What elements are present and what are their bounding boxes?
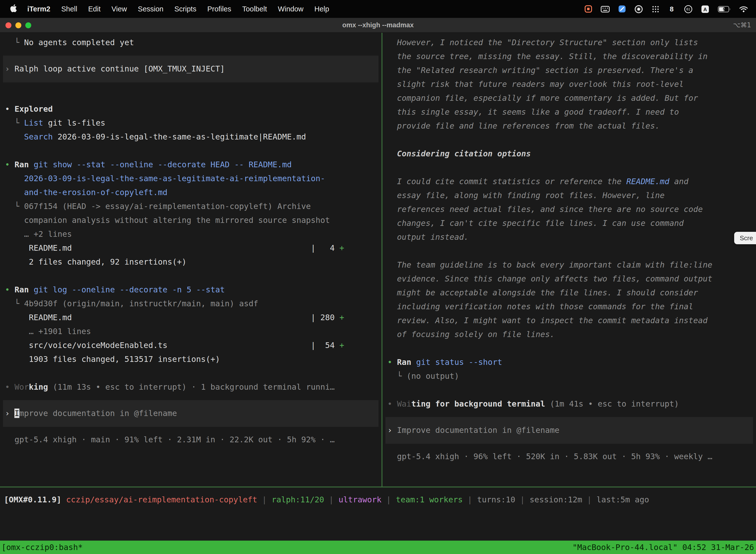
minimize-button[interactable] xyxy=(15,22,21,28)
terminal-line: … +1901 lines xyxy=(5,325,381,339)
agent-input-left[interactable]: › Improve documentation in @filename xyxy=(3,400,378,427)
agent-input-right[interactable]: › Improve documentation in @filename xyxy=(385,417,753,444)
figure-eight-icon[interactable]: 8 xyxy=(668,4,676,14)
blank-line xyxy=(5,88,381,102)
wifi-icon[interactable] xyxy=(739,4,748,14)
box-line: › Improve documentation in @filename xyxy=(387,424,751,437)
terminal-line: • Explored xyxy=(5,102,381,116)
terminal-line: 1903 files changed, 513517 insertions(+) xyxy=(5,352,381,366)
terminal-line: The team guideline is to back every impo… xyxy=(387,258,756,272)
terminal-line: Search 2026-03-09-is-legal-the-same-as-l… xyxy=(5,130,381,144)
terminal-line: • Waiting for background terminal (1m 41… xyxy=(387,397,756,411)
tmux-host-label: "MacBook-Pro-44.local" 04:52 31-Mar-26 xyxy=(572,543,756,552)
menu-item-toolbelt[interactable]: Toolbelt xyxy=(237,5,272,13)
right-pane[interactable]: However, I noticed the "Directory Struct… xyxy=(382,33,756,487)
terminal-line: evidence. Since this change only affects… xyxy=(387,272,756,286)
svg-text:A: A xyxy=(703,6,707,12)
terminal-line: • Working (11m 13s • esc to interrupt) ·… xyxy=(5,380,381,394)
menu-item-shell[interactable]: Shell xyxy=(56,5,83,13)
inject-banner[interactable]: › Ralph loop active continue [OMX_TMUX_I… xyxy=(3,56,378,82)
zoom-button[interactable] xyxy=(25,22,31,28)
terminal-line: src/voice/voiceModeEnabled.ts | 54 + xyxy=(5,339,381,352)
terminal-line: README.md | 280 + xyxy=(5,311,381,325)
menu-item-edit[interactable]: Edit xyxy=(82,5,106,13)
terminal-line: of focusing solely on file lines. xyxy=(387,328,756,341)
terminal-line: references need actual files, and since … xyxy=(387,203,756,216)
input-source-icon[interactable]: A xyxy=(701,4,709,14)
terminal-line: might be acceptable alongside the file l… xyxy=(387,286,756,300)
title-bar[interactable]: omx --xhigh --madmax ⌥⌘1 xyxy=(0,18,756,33)
terminal-line: essay file, along with finding root file… xyxy=(387,189,756,203)
dark-app-icon[interactable] xyxy=(634,4,643,14)
blue-app-icon[interactable] xyxy=(618,4,626,14)
terminal-line: └ 4b9d30f (origin/main, instructkr/main,… xyxy=(5,297,381,311)
terminal-line: companion file, especially if more comme… xyxy=(387,91,756,105)
terminal-line: Considering citation options xyxy=(387,147,756,161)
screen-overlay-button[interactable]: Scre xyxy=(735,232,756,244)
menu-item-profiles[interactable]: Profiles xyxy=(202,5,237,13)
terminal-line: I could cite commit statistics or refere… xyxy=(387,175,756,189)
menu-item-scripts[interactable]: Scripts xyxy=(169,5,202,13)
model-status-left: gpt-5.4 xhigh · main · 91% left · 2.31M … xyxy=(5,433,381,447)
terminal-line: README.md | 4 + xyxy=(5,241,381,255)
box-line: › Improve documentation in @filename xyxy=(5,406,377,421)
menu-bar: iTerm2ShellEditViewSessionScriptsProfile… xyxy=(0,0,756,18)
blank-line xyxy=(387,383,756,397)
svg-text:61: 61 xyxy=(686,7,690,11)
apple-logo-icon xyxy=(10,4,17,14)
terminal-line: However, I noticed the "Directory Struct… xyxy=(387,36,756,50)
terminal-line: slight risk that future readers may over… xyxy=(387,77,756,91)
close-button[interactable] xyxy=(5,22,11,28)
keyboard-icon[interactable] xyxy=(601,4,610,14)
blank-line xyxy=(387,244,756,258)
blank-line xyxy=(387,133,756,147)
terminal-line: review. Also, I might want to inspect th… xyxy=(387,314,756,328)
menu-bar-status-icons: 861A xyxy=(584,4,756,14)
terminal-line: … +2 lines xyxy=(5,227,381,241)
terminal-line: • Ran git log --oneline --decorate -n 5 … xyxy=(5,283,381,297)
battery-icon[interactable] xyxy=(718,4,731,14)
terminal-line: • Ran git status --short xyxy=(387,355,756,369)
tmux-session-label: [omx-cczip0:bash* xyxy=(0,543,83,552)
terminal-line: changes, I can't cite specific file line… xyxy=(387,216,756,230)
screen: iTerm2ShellEditViewSessionScriptsProfile… xyxy=(0,0,756,554)
left-pane[interactable]: └ No agents completed yet› Ralph loop ac… xyxy=(0,33,381,487)
menu-item-view[interactable]: View xyxy=(106,5,132,13)
terminal: └ No agents completed yet› Ralph loop ac… xyxy=(0,33,756,487)
menu-bar-left: iTerm2ShellEditViewSessionScriptsProfile… xyxy=(0,4,334,14)
terminal-line: └ No agents completed yet xyxy=(5,36,381,50)
terminal-line: 2026-03-09-is-legal-the-same-as-legitima… xyxy=(5,172,381,186)
blank-line xyxy=(387,161,756,175)
apple-menu[interactable] xyxy=(8,4,22,14)
terminal-line: └ List git ls-files xyxy=(5,116,381,130)
pane-border-horizontal xyxy=(0,487,756,488)
model-status-right: gpt-5.4 xhigh · 96% left · 520K in · 5.8… xyxy=(387,450,756,464)
blank-line xyxy=(5,144,381,158)
terminal-line: the "Related research writing" section i… xyxy=(387,63,756,77)
terminal-line: companion analysis without altering the … xyxy=(5,214,381,227)
box-line: › Ralph loop active continue [OMX_TMUX_I… xyxy=(5,62,377,76)
omx-status-segments: [OMX#0.11.9] cczip/essay/ai-reimplementa… xyxy=(4,493,756,507)
blank-line xyxy=(387,341,756,355)
menu-item-iterm2[interactable]: iTerm2 xyxy=(22,5,56,13)
terminal-line: this single essay, it seems like a good … xyxy=(387,105,756,119)
menu-item-session[interactable]: Session xyxy=(132,5,169,13)
gauge-icon[interactable]: 61 xyxy=(684,4,693,14)
dots-grid-icon[interactable] xyxy=(651,4,659,14)
omx-status-line: [OMX#0.11.9] cczip/essay/ai-reimplementa… xyxy=(0,493,756,507)
screen-record-icon[interactable] xyxy=(584,4,592,14)
menu-item-window[interactable]: Window xyxy=(272,5,309,13)
terminal-line: and-the-erosion-of-copyleft.md xyxy=(5,186,381,200)
terminal-line: output instead. xyxy=(387,230,756,244)
window-title: omx --xhigh --madmax xyxy=(0,21,756,29)
blank-line xyxy=(5,366,381,380)
terminal-line: the source tree, missing the essay. Stil… xyxy=(387,50,756,63)
terminal-line: including verification notes with those … xyxy=(387,300,756,314)
terminal-line: • Ran git show --stat --oneline --decora… xyxy=(5,158,381,172)
window-shortcut-badge: ⌥⌘1 xyxy=(733,21,756,29)
terminal-line: └ 067f154 (HEAD -> essay/ai-reimplementa… xyxy=(5,200,381,214)
tmux-status-bar: [omx-cczip0:bash* "MacBook-Pro-44.local"… xyxy=(0,541,756,554)
blank-line xyxy=(5,269,381,283)
menu-item-help[interactable]: Help xyxy=(309,5,335,13)
terminal-line: └ (no output) xyxy=(387,369,756,383)
